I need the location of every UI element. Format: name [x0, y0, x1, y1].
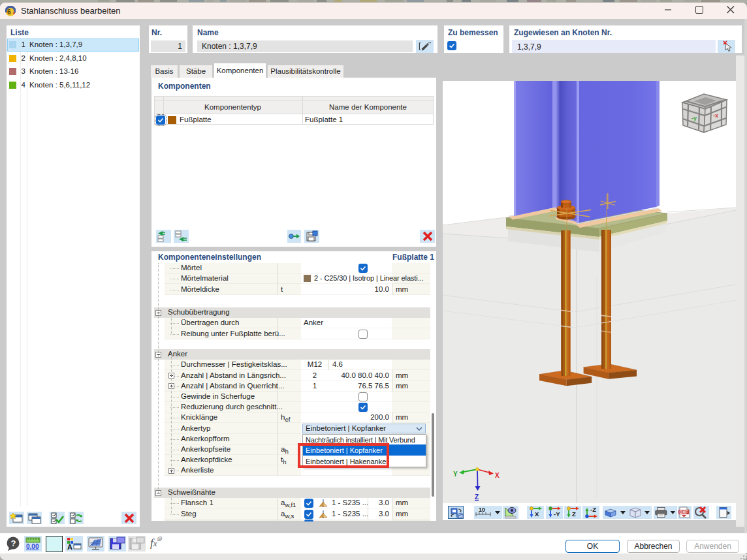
svg-text:6: 6	[7, 8, 11, 16]
svg-text:-x: -x	[713, 112, 718, 119]
svg-text:Z: Z	[572, 510, 576, 518]
svg-text:?: ?	[11, 538, 16, 548]
svg-text:A: A	[67, 543, 72, 551]
svg-text:10: 10	[479, 506, 485, 513]
svg-text:X: X	[535, 510, 539, 518]
svg-text:X: X	[495, 472, 500, 479]
svg-text:-Y: -Y	[554, 510, 560, 518]
svg-text:Z: Z	[475, 493, 479, 501]
svg-text:Y: Y	[453, 471, 458, 478]
svg-text:DXF: DXF	[680, 510, 688, 514]
svg-text:-Z: -Z	[590, 506, 596, 513]
svg-text:-y: -y	[691, 115, 697, 121]
svg-text:0.00: 0.00	[26, 543, 39, 550]
